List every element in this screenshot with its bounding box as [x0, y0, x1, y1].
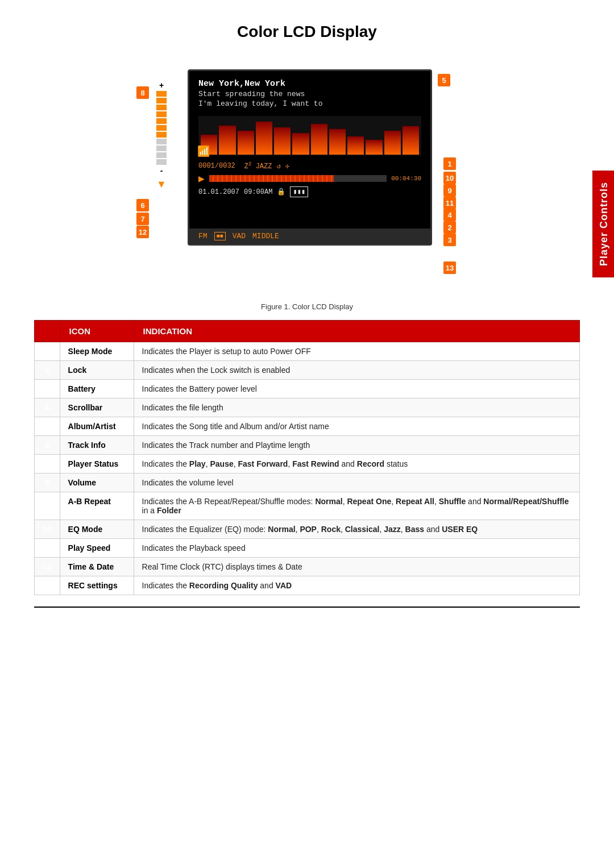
table-row-num-8: 8: [35, 474, 60, 492]
table-row-indication-10: Indicates the Equalizer (EQ) mode: Norma…: [134, 520, 579, 539]
info-table: ICON INDICATION 1Sleep ModeIndicates the…: [34, 320, 580, 595]
lcd-date-row: 01.01.2007 09:00AM 🔒 ▮▮▮: [189, 184, 430, 200]
vol-seg-2: [156, 98, 167, 103]
eq-bar-4: [256, 122, 272, 155]
table-row-indication-8: Indicates the volume level: [134, 474, 579, 492]
table-row-num-3: 3: [35, 380, 60, 398]
callout-7: 7: [136, 213, 149, 225]
volume-plus: +: [159, 81, 164, 90]
table-row-indication-13: Indicates the Recording Quality and VAD: [134, 576, 579, 595]
table-row-num-2: 2: [35, 361, 60, 380]
eq-bar-7: [311, 124, 327, 155]
lcd-line1: New York,New York: [198, 79, 421, 89]
table-row-num-1: 1: [35, 342, 60, 361]
table-row-num-7: 7: [35, 455, 60, 474]
figure-caption: Figure 1. Color LCD Display: [34, 302, 580, 311]
play-icon: ▶: [198, 174, 205, 183]
track-number: 0001/0032: [198, 162, 235, 170]
callout-13: 13: [443, 261, 456, 274]
shuffle-icon: ✢: [285, 162, 289, 171]
lcd-progress-row: ▶ 00:04:30: [189, 173, 430, 184]
table-row-icon-2: Lock: [60, 361, 134, 380]
progress-bar: [209, 175, 387, 182]
callout-12: 12: [136, 226, 149, 238]
table-row-num-4: 4: [35, 398, 60, 417]
sidebar-tab: Player Controls: [592, 171, 614, 277]
table-row-icon-6: Track Info: [60, 436, 134, 455]
lcd-fm-row: FM ■■ VAD MIDDLE: [189, 229, 430, 244]
table-row-icon-8: Volume: [60, 474, 134, 492]
lcd-track-row: 0001/0032 Z2 JAZZ ↺ ✢: [189, 159, 430, 173]
callout-10: 10: [443, 172, 456, 184]
table-row-num-10: 10: [35, 520, 60, 539]
table-header-num: [35, 321, 60, 342]
diagram-wrapper: + - ▼: [108, 58, 506, 297]
vol-seg-10: [156, 152, 167, 158]
lcd-text-area: New York,New York Start spreading the ne…: [189, 71, 430, 113]
lcd-line3: I'm leaving today, I want to: [198, 99, 421, 108]
fm-icon: ■■: [214, 232, 226, 240]
callout-11: 11: [443, 197, 456, 209]
callout-3: 3: [443, 234, 456, 246]
lcd-screen: New York,New York Start spreading the ne…: [188, 69, 432, 246]
volume-minus: -: [160, 166, 163, 175]
date-display: 01.01.2007: [198, 188, 239, 196]
eq-bar-5: [274, 127, 291, 155]
eq-bar-12: [403, 126, 419, 155]
diagram-area: + - ▼: [34, 58, 580, 297]
table-row-indication-4: Indicates the file length: [134, 398, 579, 417]
vol-seg-4: [156, 111, 167, 117]
eq-bar-10: [366, 140, 382, 155]
vol-seg-11: [156, 159, 167, 165]
lock-icon: 🔒: [277, 188, 285, 196]
table-row-indication-3: Indicates the Battery power level: [134, 380, 579, 398]
eq-bar-2: [219, 126, 235, 155]
eq-bar-8: [329, 129, 346, 155]
table-row-num-5: 5: [35, 417, 60, 436]
table-row-indication-9: Indicates the A-B Repeat/Repeat/Shuffle …: [134, 492, 579, 520]
bottom-border: [34, 607, 580, 608]
lcd-eq: [198, 116, 421, 156]
vol-seg-8: [156, 139, 167, 144]
table-row-icon-13: REC settings: [60, 576, 134, 595]
eq-bar-6: [292, 133, 309, 155]
table-row-icon-5: Album/Artist: [60, 417, 134, 436]
table-row-icon-3: Battery: [60, 380, 134, 398]
table-row-num-6: 6: [35, 436, 60, 455]
table-row-icon-11: Play Speed: [60, 539, 134, 558]
table-row-icon-1: Sleep Mode: [60, 342, 134, 361]
callout-5: 5: [438, 74, 450, 86]
table-header-indication: INDICATION: [134, 321, 579, 342]
eq-bar-11: [384, 131, 401, 155]
table-row-icon-7: Player Status: [60, 455, 134, 474]
progress-fill: [209, 175, 334, 182]
clock-display: 09:00AM: [244, 188, 272, 196]
table-row-indication-5: Indicates the Song title and Album and/o…: [134, 417, 579, 436]
eq-mode-display: Z2 JAZZ: [244, 161, 272, 171]
eq-bar-9: [347, 136, 364, 155]
fm-label: FM: [198, 232, 208, 240]
table-header-icon: ICON: [60, 321, 134, 342]
table-row-indication-7: Indicates the Play, Pause, Fast Forward,…: [134, 455, 579, 474]
table-row-indication-11: Indicates the Playback speed: [134, 539, 579, 558]
vad-label: VAD: [233, 232, 246, 240]
vol-seg-3: [156, 105, 167, 110]
callout-1: 1: [443, 157, 456, 170]
volume-bar: + - ▼: [154, 81, 169, 183]
vol-seg-6: [156, 125, 167, 131]
middle-label: MIDDLE: [252, 232, 279, 240]
battery-icon: ▮▮▮: [290, 186, 308, 197]
vol-seg-7: [156, 132, 167, 138]
table-row-indication-12: Real Time Clock (RTC) displays times & D…: [134, 558, 579, 576]
callout-9: 9: [443, 184, 456, 197]
table-row-num-11: 11: [35, 539, 60, 558]
lcd-line2: Start spreading the news: [198, 90, 421, 98]
eq-bar-3: [238, 131, 254, 155]
callout-2: 2: [443, 221, 456, 234]
callout-8: 8: [136, 86, 149, 99]
table-row-indication-2: Indicates when the Lock switch is enable…: [134, 361, 579, 380]
vol-arrow: ▼: [156, 178, 167, 190]
table-row-icon-12: Time & Date: [60, 558, 134, 576]
volume-segments: [156, 91, 167, 165]
lcd-inner: New York,New York Start spreading the ne…: [189, 71, 430, 244]
